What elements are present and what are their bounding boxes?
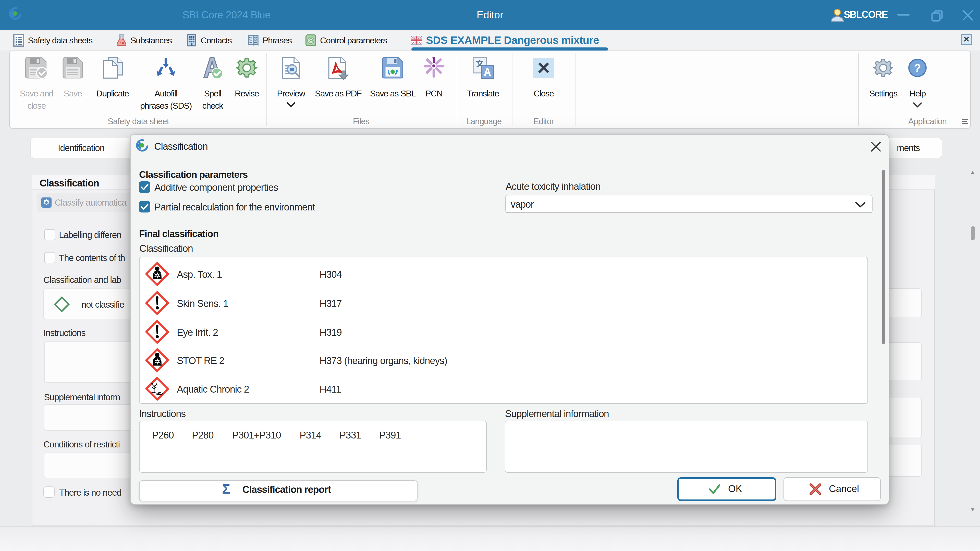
svg-text:?: ? — [914, 62, 921, 75]
